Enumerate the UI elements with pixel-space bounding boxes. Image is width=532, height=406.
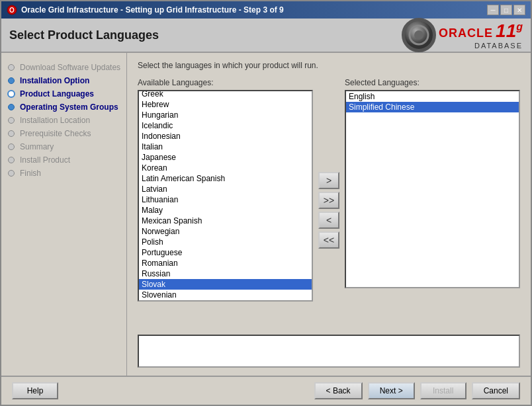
step-dot-prereq (8, 130, 15, 137)
step-dot-finish (8, 170, 15, 177)
list-item[interactable]: Icelandic (139, 120, 312, 131)
add-all-button[interactable]: >> (318, 192, 339, 209)
list-item[interactable]: Norwegian (139, 226, 312, 237)
list-item[interactable]: Hebrew (139, 99, 312, 110)
oracle-icon: O (7, 5, 17, 15)
minimize-button[interactable]: ─ (487, 5, 499, 15)
window-title: Oracle Grid Infrastructure - Setting up … (21, 5, 284, 15)
list-item[interactable]: Lithuanian (139, 194, 312, 205)
footer: Help < Back Next > Install Cancel (1, 376, 531, 405)
list-item[interactable]: Italian (139, 142, 312, 152)
oracle-db-text: DATABASE (439, 42, 523, 50)
selected-languages-listbox[interactable]: EnglishSimplified Chinese (345, 90, 520, 288)
oracle-text-block: ORACLE 11g DATABASE (439, 20, 523, 50)
description-box (138, 335, 520, 368)
help-button[interactable]: Help (12, 382, 58, 399)
list-item[interactable]: Hungarian (139, 110, 312, 120)
sidebar-item-install-location[interactable]: Installation Location (1, 114, 126, 127)
cancel-button[interactable]: Cancel (472, 382, 520, 399)
sidebar: Download Software Updates Installation O… (1, 53, 127, 376)
selected-languages-label: Selected Languages: (345, 78, 520, 87)
list-item[interactable]: English (346, 91, 519, 102)
list-item[interactable]: Slovenian (139, 290, 312, 300)
list-item[interactable]: Russian (139, 268, 312, 279)
sidebar-item-finish[interactable]: Finish (1, 167, 126, 180)
next-button[interactable]: Next > (368, 382, 415, 399)
available-languages-label: Available Languages: (138, 78, 313, 87)
oracle-brand-text: ORACLE (439, 26, 493, 40)
page-title: Select Product Languages (9, 28, 159, 42)
list-item[interactable]: Greek (139, 90, 312, 99)
sidebar-item-download[interactable]: Download Software Updates (1, 61, 126, 74)
list-item[interactable]: Mexican Spanish (139, 216, 312, 226)
selected-languages-container: Selected Languages: EnglishSimplified Ch… (345, 78, 520, 288)
available-languages-listbox[interactable]: GermanGreekHebrewHungarianIcelandicIndon… (138, 90, 313, 302)
maximize-button[interactable]: □ (500, 5, 512, 15)
list-item[interactable]: Portuguese (139, 247, 312, 258)
sidebar-item-prereq-checks[interactable]: Prerequisite Checks (1, 127, 126, 140)
list-item[interactable]: Romanian (139, 258, 312, 268)
title-bar: O Oracle Grid Infrastructure - Setting u… (1, 1, 531, 19)
list-item[interactable]: Malay (139, 205, 312, 216)
oracle-logo-icon (402, 18, 436, 52)
list-item[interactable]: Simplified Chinese (346, 102, 519, 112)
back-button[interactable]: < Back (314, 382, 363, 399)
step-dot-summary (8, 143, 15, 150)
title-bar-buttons: ─ □ ✕ (487, 5, 525, 15)
step-dot-download (8, 64, 15, 71)
sidebar-item-product-languages[interactable]: Product Languages (1, 87, 126, 101)
list-item[interactable]: Latin American Spanish (139, 173, 312, 184)
sidebar-item-os-groups[interactable]: Operating System Groups (1, 101, 126, 114)
list-item[interactable]: Korean (139, 163, 312, 173)
step-dot-os-groups (8, 104, 15, 110)
close-button[interactable]: ✕ (513, 5, 525, 15)
main-window: O Oracle Grid Infrastructure - Setting u… (0, 0, 532, 406)
content-area: Select the languages in which your produ… (127, 53, 531, 376)
main-content: Download Software Updates Installation O… (1, 53, 531, 376)
oracle-logo: ORACLE 11g DATABASE (402, 18, 523, 52)
svg-point-4 (414, 30, 423, 40)
sidebar-item-installation-option[interactable]: Installation Option (1, 74, 126, 87)
step-dot-languages (7, 90, 15, 98)
languages-panel: Available Languages: GermanGreekHebrewHu… (138, 78, 520, 329)
available-languages-container: Available Languages: GermanGreekHebrewHu… (138, 78, 313, 302)
list-item[interactable]: Japanese (139, 152, 312, 163)
remove-button[interactable]: < (318, 212, 339, 229)
instruction-text: Select the languages in which your produ… (138, 61, 520, 70)
list-item[interactable]: Polish (139, 237, 312, 247)
transfer-buttons-group: > >> < << (318, 159, 339, 249)
list-item[interactable]: Indonesian (139, 131, 312, 142)
remove-all-button[interactable]: << (318, 231, 339, 249)
step-dot-installation (8, 77, 15, 84)
add-button[interactable]: > (318, 172, 339, 189)
install-button[interactable]: Install (420, 382, 466, 399)
list-item[interactable]: Slovak (139, 279, 312, 290)
header-bar: Select Product Languages O (1, 19, 531, 53)
step-dot-install-product (8, 157, 15, 163)
sidebar-item-install-product[interactable]: Install Product (1, 153, 126, 167)
step-dot-install-location (8, 117, 15, 124)
svg-text:O: O (9, 7, 15, 14)
oracle-version-text: 11g (496, 20, 523, 42)
list-item[interactable]: Latvian (139, 184, 312, 194)
sidebar-item-summary[interactable]: Summary (1, 140, 126, 153)
